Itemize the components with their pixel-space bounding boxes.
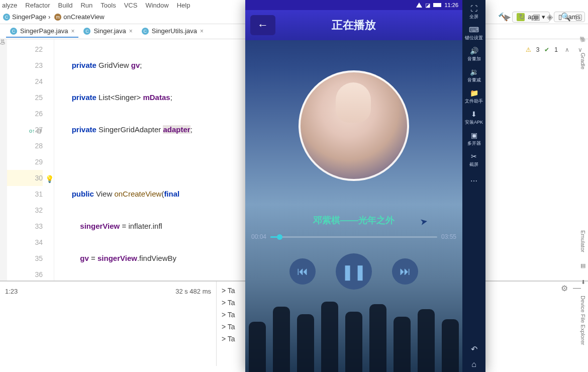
previous-button[interactable]: ⏮ bbox=[289, 258, 316, 285]
progress-track[interactable] bbox=[270, 236, 437, 238]
phone-status-bar: ◪ 11:26 bbox=[245, 0, 462, 10]
emu-install-apk-button[interactable]: ⬇安装APK bbox=[463, 108, 484, 128]
gradle-tab[interactable]: Gradle bbox=[580, 53, 586, 69]
gradle-icon[interactable]: 🐘 bbox=[579, 36, 586, 43]
album-art-zone bbox=[245, 40, 462, 211]
left-tool-strip[interactable]: st) bbox=[0, 39, 7, 281]
emu-multi-instance-button[interactable]: ▣多开器 bbox=[463, 129, 484, 149]
close-icon[interactable]: × bbox=[71, 28, 74, 35]
phone-title: 正在播放 bbox=[245, 18, 462, 33]
emu-volume-down-button[interactable]: 🔉音量减 bbox=[463, 65, 484, 85]
emu-more-button[interactable]: ⋯ bbox=[463, 171, 484, 191]
album-art bbox=[299, 70, 409, 181]
signal-icon: ◪ bbox=[425, 2, 430, 9]
breadcrumb-method[interactable]: m onCreateView bbox=[54, 13, 104, 21]
emu-keymap-button[interactable]: ⌨键位设置 bbox=[463, 23, 484, 43]
menu-item[interactable]: Build bbox=[58, 2, 73, 9]
caret-position: 1:23 bbox=[5, 288, 18, 360]
breadcrumb-file-label: SingerPage bbox=[12, 13, 46, 21]
tab-label: SingerPage.java bbox=[20, 27, 68, 35]
wifi-icon bbox=[416, 3, 422, 8]
emu-home-icon[interactable]: ⌂ bbox=[471, 360, 476, 369]
tab-label: SingerUtils.java bbox=[152, 27, 197, 35]
menu-item[interactable]: alyze bbox=[2, 2, 17, 9]
player-controls: ⏮ ❚❚ ⏭ bbox=[245, 253, 462, 290]
menu-item[interactable]: Tools bbox=[101, 2, 116, 9]
time-duration: 03:55 bbox=[441, 233, 456, 240]
pause-button[interactable]: ❚❚ bbox=[336, 253, 372, 290]
emu-screenshot-button[interactable]: ✂截屏 bbox=[463, 150, 484, 170]
emu-volume-up-button[interactable]: 🔊音量加 bbox=[463, 44, 484, 64]
tab-label: Singer.java bbox=[93, 27, 126, 35]
tab-singerutils[interactable]: C SingerUtils.java × bbox=[138, 25, 208, 38]
run-icon[interactable]: ▶ bbox=[505, 12, 514, 21]
menu-item[interactable]: Window bbox=[145, 2, 168, 9]
progress-thumb[interactable] bbox=[277, 234, 282, 240]
class-icon: C bbox=[83, 28, 90, 35]
ide-right-toolbar: 🐘 Gradle Emulator ▤ ⬇ Device File Explor… bbox=[578, 36, 588, 368]
breadcrumb-file[interactable]: C SingerPage › bbox=[3, 13, 50, 21]
close-icon[interactable]: × bbox=[200, 28, 204, 35]
phone-title-bar: ← 正在播放 bbox=[245, 10, 462, 40]
song-title: 邓紫棋——光年之外 bbox=[245, 211, 462, 233]
progress-bar: 00:04 03:55 bbox=[245, 233, 462, 240]
back-button[interactable]: ← bbox=[250, 15, 275, 35]
emulator-tab[interactable]: Emulator bbox=[580, 230, 586, 252]
profile-icon[interactable]: ◈ bbox=[547, 12, 556, 21]
line-gutter[interactable]: 222324252627o↑ @282930💡313233343536 bbox=[7, 39, 54, 281]
emu-back-icon[interactable]: ↶ bbox=[471, 344, 477, 354]
chevron-right-icon: › bbox=[48, 13, 50, 21]
breadcrumb-method-label: onCreateView bbox=[63, 13, 104, 21]
top-right-toolbar: ▶ ↻ ▣ ◈ 🔍 ▢ bbox=[505, 12, 584, 21]
crowd-silhouette bbox=[245, 292, 462, 372]
next-button[interactable]: ⏭ bbox=[392, 258, 418, 285]
menu-item[interactable]: Refactor bbox=[25, 2, 50, 9]
method-icon: m bbox=[54, 14, 61, 21]
battery-icon bbox=[433, 3, 441, 7]
updates-icon[interactable]: ↻ bbox=[519, 12, 528, 21]
close-icon[interactable]: × bbox=[129, 28, 133, 35]
gear-icon[interactable]: ⚙ bbox=[561, 284, 568, 293]
search-icon[interactable]: 🔍 bbox=[561, 12, 570, 21]
layers-icon[interactable]: ▤ bbox=[580, 262, 585, 269]
emu-file-helper-button[interactable]: 📁文件助手 bbox=[463, 86, 484, 107]
menu-item[interactable]: Help bbox=[177, 2, 190, 9]
time-elapsed: 00:04 bbox=[251, 233, 266, 240]
debug-icon[interactable]: ▣ bbox=[533, 12, 542, 21]
emu-fullscreen-button[interactable]: ⛶全屏 bbox=[463, 2, 484, 22]
emulator-window: ◪ 11:26 ← 正在播放 邓紫棋——光年之外 00:04 03:55 ⏮ bbox=[245, 0, 485, 372]
user-icon[interactable]: ▢ bbox=[575, 12, 584, 21]
tab-singerpage[interactable]: C SingerPage.java × bbox=[6, 25, 78, 38]
menu-item[interactable]: Run bbox=[80, 2, 92, 9]
emulator-toolbar: ⛶全屏 ⌨键位设置 🔊音量加 🔉音量减 📁文件助手 ⬇安装APK ▣多开器 ✂截… bbox=[462, 0, 485, 372]
menu-item[interactable]: VCS bbox=[124, 2, 138, 9]
class-icon: C bbox=[142, 28, 149, 35]
device-file-explorer-tab[interactable]: Device File Explorer bbox=[580, 296, 586, 345]
class-icon: C bbox=[3, 14, 10, 21]
tab-singer[interactable]: C Singer.java × bbox=[79, 25, 136, 38]
class-icon: C bbox=[10, 28, 17, 35]
phone-screen: ◪ 11:26 ← 正在播放 邓紫棋——光年之外 00:04 03:55 ⏮ bbox=[245, 0, 462, 372]
build-elapsed: 32 s 482 ms bbox=[175, 288, 211, 360]
download-icon[interactable]: ⬇ bbox=[581, 279, 585, 286]
status-time: 11:26 bbox=[444, 2, 458, 8]
